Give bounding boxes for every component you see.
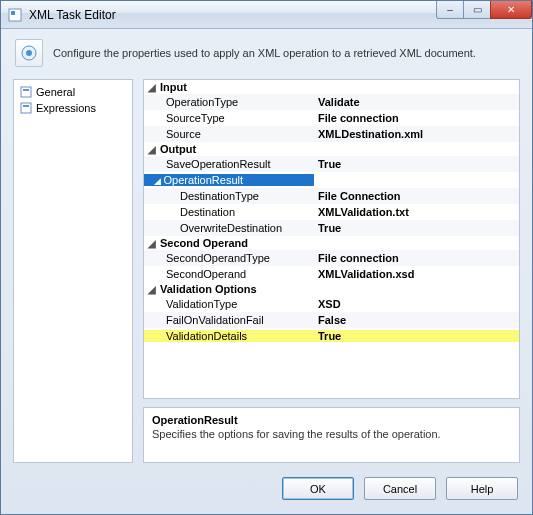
property-row[interactable]: ◢ OperationResult xyxy=(144,172,519,188)
property-row[interactable]: SourceTypeFile connection xyxy=(144,110,519,126)
property-value[interactable]: XMLValidation.txt xyxy=(314,206,519,218)
nav-item-general[interactable]: General xyxy=(16,84,130,100)
svg-rect-6 xyxy=(21,103,31,113)
right-column: ◢InputOperationTypeValidateSourceTypeFil… xyxy=(143,79,520,463)
window-title: XML Task Editor xyxy=(29,8,116,22)
page-icon xyxy=(20,86,32,98)
collapse-icon[interactable]: ◢ xyxy=(148,238,158,249)
property-row[interactable]: SecondOperandXMLValidation.xsd xyxy=(144,266,519,282)
property-name: SecondOperandType xyxy=(144,252,314,264)
property-value[interactable]: True xyxy=(314,330,519,342)
property-row[interactable]: ValidationDetailsTrue xyxy=(144,328,519,344)
property-value[interactable]: True xyxy=(314,222,519,234)
svg-rect-1 xyxy=(11,11,15,15)
collapse-icon[interactable]: ◢ xyxy=(148,144,158,155)
category-row[interactable]: ◢Input xyxy=(144,80,519,94)
property-name: SecondOperand xyxy=(144,268,314,280)
description-text: Configure the properties used to apply a… xyxy=(53,47,476,59)
svg-rect-5 xyxy=(23,89,29,91)
property-row[interactable]: OverwriteDestinationTrue xyxy=(144,220,519,236)
nav-label: General xyxy=(36,86,75,98)
cancel-button[interactable]: Cancel xyxy=(364,477,436,500)
close-button[interactable]: ✕ xyxy=(490,1,532,19)
property-row[interactable]: DestinationXMLValidation.txt xyxy=(144,204,519,220)
property-row[interactable]: OperationTypeValidate xyxy=(144,94,519,110)
property-name: SourceType xyxy=(144,112,314,124)
property-name: FailOnValidationFail xyxy=(144,314,314,326)
collapse-icon[interactable]: ◢ xyxy=(148,284,158,295)
svg-point-3 xyxy=(26,50,32,56)
minimize-button[interactable]: – xyxy=(436,1,464,19)
property-value[interactable]: XMLValidation.xsd xyxy=(314,268,519,280)
category-name: Output xyxy=(160,143,519,155)
property-name: DestinationType xyxy=(144,190,314,202)
property-name: ◢ OperationResult xyxy=(144,174,314,186)
property-value[interactable]: File Connection xyxy=(314,190,519,202)
category-name: Validation Options xyxy=(160,283,519,295)
property-row[interactable]: FailOnValidationFailFalse xyxy=(144,312,519,328)
property-row[interactable]: SaveOperationResultTrue xyxy=(144,156,519,172)
property-value[interactable]: XSD xyxy=(314,298,519,310)
category-name: Input xyxy=(160,81,519,93)
property-name: OperationType xyxy=(144,96,314,108)
property-row[interactable]: ValidationTypeXSD xyxy=(144,296,519,312)
property-value[interactable]: XMLDestination.xml xyxy=(314,128,519,140)
help-desc: Specifies the options for saving the res… xyxy=(152,428,511,440)
nav-item-expressions[interactable]: Expressions xyxy=(16,100,130,116)
app-icon xyxy=(7,7,23,23)
titlebar[interactable]: XML Task Editor – ▭ ✕ xyxy=(1,1,532,29)
property-row[interactable]: SourceXMLDestination.xml xyxy=(144,126,519,142)
help-button[interactable]: Help xyxy=(446,477,518,500)
dialog-window: XML Task Editor – ▭ ✕ Configure the prop… xyxy=(0,0,533,515)
svg-rect-4 xyxy=(21,87,31,97)
property-name: ValidationDetails xyxy=(144,330,314,342)
collapse-icon[interactable]: ◢ xyxy=(148,82,158,93)
task-icon xyxy=(15,39,43,67)
property-value[interactable]: File connection xyxy=(314,112,519,124)
description-row: Configure the properties used to apply a… xyxy=(1,29,532,75)
nav-label: Expressions xyxy=(36,102,96,114)
property-name: ValidationType xyxy=(144,298,314,310)
help-title: OperationResult xyxy=(152,414,511,426)
property-value[interactable]: False xyxy=(314,314,519,326)
property-row[interactable]: DestinationTypeFile Connection xyxy=(144,188,519,204)
dialog-body: General Expressions ◢InputOperationTypeV… xyxy=(1,75,532,471)
property-name: OverwriteDestination xyxy=(144,222,314,234)
property-value[interactable]: File connection xyxy=(314,252,519,264)
property-grid[interactable]: ◢InputOperationTypeValidateSourceTypeFil… xyxy=(143,79,520,399)
category-row[interactable]: ◢Validation Options xyxy=(144,282,519,296)
maximize-button[interactable]: ▭ xyxy=(463,1,491,19)
svg-rect-7 xyxy=(23,105,29,107)
page-icon xyxy=(20,102,32,114)
category-row[interactable]: ◢Output xyxy=(144,142,519,156)
property-row[interactable]: SecondOperandTypeFile connection xyxy=(144,250,519,266)
category-name: Second Operand xyxy=(160,237,519,249)
ok-button[interactable]: OK xyxy=(282,477,354,500)
category-row[interactable]: ◢Second Operand xyxy=(144,236,519,250)
page-nav: General Expressions xyxy=(13,79,133,463)
property-name: Source xyxy=(144,128,314,140)
property-value[interactable]: Validate xyxy=(314,96,519,108)
window-controls: – ▭ ✕ xyxy=(437,1,532,28)
property-name: Destination xyxy=(144,206,314,218)
property-name: SaveOperationResult xyxy=(144,158,314,170)
property-value[interactable]: True xyxy=(314,158,519,170)
property-help: OperationResult Specifies the options fo… xyxy=(143,407,520,463)
dialog-footer: OK Cancel Help xyxy=(1,471,532,514)
